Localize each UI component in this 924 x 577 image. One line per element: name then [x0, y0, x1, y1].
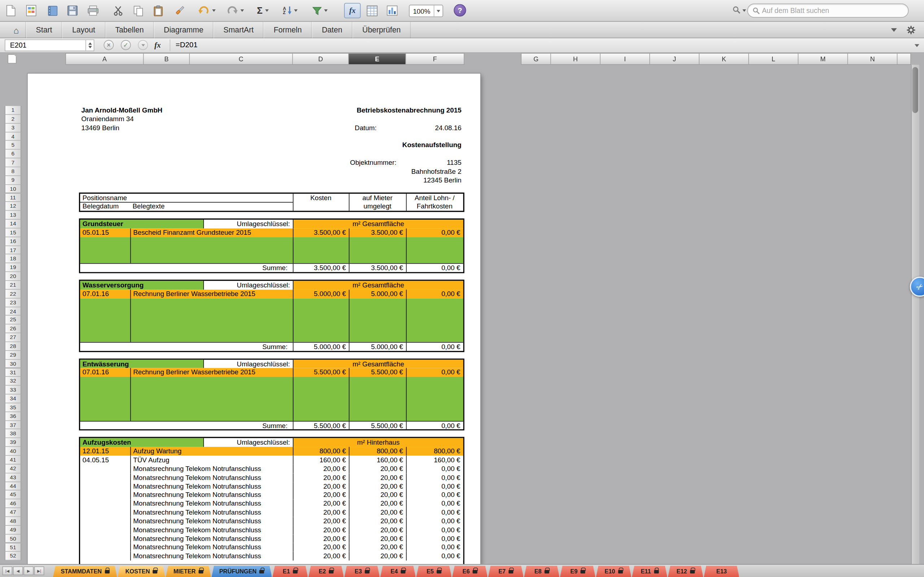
- template-gallery-button[interactable]: [26, 2, 36, 19]
- open-button[interactable]: [47, 2, 58, 19]
- column-header-g[interactable]: G: [521, 53, 551, 65]
- sheet-tab-e7[interactable]: E7: [488, 566, 524, 577]
- ribbon-tab-formeln[interactable]: Formeln: [264, 22, 312, 38]
- row-header-15[interactable]: 15: [5, 228, 21, 237]
- header-fahrtkosten[interactable]: Fahrtkosten: [406, 202, 463, 211]
- expense-text[interactable]: Monatsrechnung Telekom Notrufanschluss: [131, 508, 292, 517]
- row-header-23[interactable]: 23: [5, 298, 21, 307]
- expense-kosten[interactable]: 20,00 €: [293, 508, 349, 517]
- ribbon-tab-daten[interactable]: Daten: [312, 22, 352, 38]
- expense-row[interactable]: Monatsrechnung Telekom Notrufanschluss20…: [80, 552, 463, 561]
- expense-date[interactable]: [80, 508, 129, 517]
- search-scope-caret[interactable]: [743, 9, 746, 11]
- sheet-tab-e12[interactable]: E12: [668, 566, 703, 577]
- search-input[interactable]: [762, 6, 892, 15]
- ribbon-tab-überprüfen[interactable]: Überprüfen: [352, 22, 411, 38]
- expense-anteil[interactable]: 0,00 €: [406, 517, 463, 525]
- summe-umgelegt[interactable]: 5.500,00 €: [349, 421, 406, 430]
- undo-menu-caret[interactable]: [212, 10, 216, 12]
- redo-button[interactable]: [226, 2, 244, 19]
- expense-umgelegt[interactable]: 20,00 €: [349, 517, 406, 525]
- row-header-27[interactable]: 27: [5, 333, 21, 342]
- expense-kosten[interactable]: 800,00 €: [293, 447, 349, 456]
- section-name[interactable]: Grundsteuer: [80, 220, 203, 228]
- expense-anteil[interactable]: 0,00 €: [406, 500, 463, 508]
- ribbon-tab-tabellen[interactable]: Tabellen: [105, 22, 154, 38]
- cell-company-street[interactable]: Oraniendamm 34: [81, 115, 134, 123]
- cell-object-label[interactable]: Objektnummer:: [350, 158, 396, 167]
- column-header-i[interactable]: I: [601, 53, 650, 65]
- first-sheet-button[interactable]: |◀: [3, 567, 13, 575]
- accept-button[interactable]: ✓: [121, 40, 131, 50]
- zoom-caret[interactable]: [437, 10, 440, 12]
- expense-kosten[interactable]: 20,00 €: [293, 517, 349, 525]
- column-header-j[interactable]: J: [650, 53, 699, 65]
- expense-text[interactable]: TÜV Aufzug: [131, 456, 292, 464]
- header-belegdatum[interactable]: Belegdatum: [82, 202, 130, 211]
- row-header-24[interactable]: 24: [5, 307, 21, 316]
- blank-rows[interactable]: [80, 237, 463, 264]
- expense-date[interactable]: 07.01.16: [80, 290, 129, 298]
- cell-title[interactable]: Betriebskostenabrechnung 2015: [285, 106, 462, 115]
- expense-row[interactable]: 12.01.15Aufzug Wartung800,00 €800,00 €80…: [80, 447, 463, 456]
- expense-row[interactable]: Monatsrechnung Telekom Notrufanschluss20…: [80, 491, 463, 500]
- column-header-k[interactable]: K: [699, 53, 749, 65]
- row-header-38[interactable]: 38: [5, 429, 21, 438]
- expense-row[interactable]: Monatsrechnung Telekom Notrufanschluss20…: [80, 526, 463, 534]
- header-positionsname[interactable]: Positionsname: [82, 193, 289, 202]
- column-header-e[interactable]: E: [349, 53, 406, 65]
- ribbon-collapse-chevron-icon[interactable]: [891, 28, 897, 32]
- sheet-tab-e6[interactable]: E6: [452, 566, 488, 577]
- expense-anteil[interactable]: 0,00 €: [406, 473, 463, 482]
- row-header-45[interactable]: 45: [5, 491, 21, 500]
- row-header-8[interactable]: 8: [5, 167, 21, 176]
- expense-text[interactable]: Monatsrechnung Telekom Notrufanschluss: [131, 500, 292, 508]
- expense-umgelegt[interactable]: 20,00 €: [349, 491, 406, 500]
- home-tab[interactable]: ⌂: [7, 22, 26, 38]
- expense-kosten[interactable]: 20,00 €: [293, 464, 349, 473]
- expense-kosten[interactable]: 160,00 €: [293, 456, 349, 464]
- summe-label[interactable]: Summe:: [130, 421, 291, 430]
- row-header-31[interactable]: 31: [5, 368, 21, 377]
- ribbon-tab-diagramme[interactable]: Diagramme: [154, 22, 213, 38]
- print-button[interactable]: [87, 2, 99, 19]
- expense-date[interactable]: [80, 500, 129, 508]
- row-header-36[interactable]: 36: [5, 412, 21, 421]
- row-header-42[interactable]: 42: [5, 464, 21, 473]
- expense-date[interactable]: [80, 473, 129, 482]
- row-header-19[interactable]: 19: [5, 263, 21, 272]
- save-button[interactable]: [67, 2, 78, 19]
- row-header-44[interactable]: 44: [5, 482, 21, 490]
- column-header-c[interactable]: C: [190, 53, 293, 65]
- umlageschluessel-label[interactable]: Umlageschlüssel:: [203, 359, 293, 368]
- expense-umgelegt[interactable]: 800,00 €: [349, 447, 406, 456]
- expense-row[interactable]: 07.01.16Rechnung Berliner Wasserbetriebe…: [80, 368, 463, 377]
- cell-object-street[interactable]: Bahnhofstraße 2: [344, 167, 462, 176]
- umlageschluessel-label[interactable]: Umlageschlüssel:: [203, 438, 293, 447]
- column-header-b[interactable]: B: [144, 53, 189, 65]
- row-header-41[interactable]: 41: [5, 456, 21, 464]
- summe-kosten[interactable]: 5.000,00 €: [293, 343, 349, 351]
- cell-object-city[interactable]: 12345 Berlin: [344, 176, 462, 185]
- summe-kosten[interactable]: 3.500,00 €: [293, 264, 349, 272]
- expense-row[interactable]: Monatsrechnung Telekom Notrufanschluss20…: [80, 464, 463, 473]
- expense-text[interactable]: Monatsrechnung Telekom Notrufanschluss: [131, 491, 292, 500]
- column-header-m[interactable]: M: [798, 53, 848, 65]
- ribbon-tab-smartart[interactable]: SmartArt: [213, 22, 263, 38]
- expense-text[interactable]: Aufzug Wartung: [131, 447, 292, 456]
- sheet-search-field[interactable]: [747, 3, 908, 18]
- column-header-l[interactable]: L: [749, 53, 798, 65]
- expense-anteil[interactable]: 0,00 €: [406, 508, 463, 517]
- row-header-48[interactable]: 48: [5, 517, 21, 525]
- umlageschluessel-value[interactable]: m² Gesamtfläche: [293, 220, 463, 228]
- expense-umgelegt[interactable]: 20,00 €: [349, 508, 406, 517]
- expense-row[interactable]: Monatsrechnung Telekom Notrufanschluss20…: [80, 534, 463, 543]
- expense-row[interactable]: Monatsrechnung Telekom Notrufanschluss20…: [80, 508, 463, 517]
- cell-date-label[interactable]: Datum:: [355, 123, 377, 132]
- cell-subtitle[interactable]: Kostenaufstellung: [285, 141, 462, 150]
- expense-umgelegt[interactable]: 20,00 €: [349, 534, 406, 543]
- row-header-26[interactable]: 26: [5, 324, 21, 333]
- expense-anteil[interactable]: 0,00 €: [406, 552, 463, 561]
- summe-kosten[interactable]: 5.500,00 €: [293, 421, 349, 430]
- blank-rows[interactable]: [80, 377, 463, 421]
